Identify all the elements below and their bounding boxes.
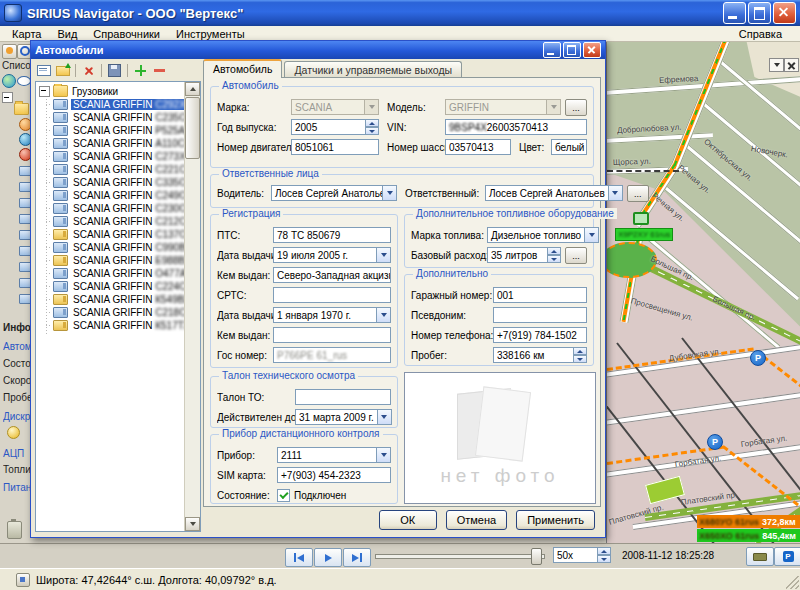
- skip-start-button[interactable]: [285, 548, 313, 567]
- fuel-rate-spinner[interactable]: 35 литров: [487, 247, 561, 263]
- dropdown-arrow[interactable]: [382, 185, 397, 201]
- tree-root-row[interactable]: Грузовики: [37, 84, 184, 98]
- dropdown-arrow[interactable]: [584, 227, 599, 243]
- menu-view[interactable]: Вид: [49, 28, 85, 40]
- vehicle-tree-item[interactable]: SCANIA GRIFFIN А110СС 61rus: [37, 137, 184, 150]
- dropdown-arrow[interactable]: [608, 185, 623, 201]
- tree-scrollbar[interactable]: [184, 82, 200, 531]
- phone-field[interactable]: +7(919) 784-1502: [493, 327, 587, 343]
- dialog-close-button[interactable]: [583, 42, 601, 58]
- toolbar-pan-button[interactable]: [2, 44, 17, 59]
- valid-until-combo[interactable]: 31 марта 2009 г.: [295, 409, 392, 425]
- apply-button[interactable]: Применить: [516, 510, 595, 530]
- garage-field[interactable]: 001: [493, 287, 587, 303]
- vehicle-tree-item[interactable]: SCANIA GRIFFIN С249ОС 61rus: [37, 189, 184, 202]
- speed-value[interactable]: 50x: [553, 547, 597, 563]
- vehicle-tree-item[interactable]: SCANIA GRIFFIN О477АУ 61rus: [37, 267, 184, 280]
- vehicle-card-button[interactable]: [35, 63, 52, 78]
- remove-button[interactable]: [151, 63, 168, 78]
- responsible-combo[interactable]: Лосев Сергей Анатольев: [485, 185, 623, 201]
- close-button[interactable]: [773, 2, 796, 24]
- spin-down[interactable]: [365, 127, 379, 135]
- speed-down-button[interactable]: [597, 555, 611, 563]
- play-button[interactable]: [314, 548, 342, 567]
- globe-icon[interactable]: [2, 74, 16, 88]
- playback-slider-thumb[interactable]: [531, 548, 542, 565]
- tree-expander[interactable]: [39, 86, 50, 97]
- menu-map[interactable]: Карта: [4, 28, 49, 40]
- vehicle-tree-item[interactable]: SCANIA GRIFFIN К517ТХ 161rus: [37, 319, 184, 332]
- vehicle-tree-item[interactable]: SCANIA GRIFFIN К549ВХ 161rus: [37, 293, 184, 306]
- vehicle-tree[interactable]: Грузовики SCANIA GRIFFIN С292ХУ 61rus SC…: [35, 81, 201, 532]
- parking-marker[interactable]: P: [750, 350, 766, 366]
- restore-button[interactable]: [748, 2, 771, 24]
- plate-field[interactable]: Р766РЕ 61_rus: [273, 347, 391, 363]
- vehicle-tree-item[interactable]: SCANIA GRIFFIN Р525АА 61rus: [37, 124, 184, 137]
- dropdown-arrow[interactable]: [376, 247, 391, 263]
- save-button[interactable]: [106, 63, 123, 78]
- vehicle-tree-item[interactable]: SCANIA GRIFFIN С235ОЕ 61rus: [37, 111, 184, 124]
- dropdown-arrow[interactable]: [377, 409, 392, 425]
- map-collapse-button[interactable]: [769, 58, 784, 72]
- scroll-up-button[interactable]: [185, 82, 200, 96]
- dropdown-arrow[interactable]: [546, 99, 561, 115]
- skip-end-button[interactable]: [343, 548, 371, 567]
- vin-field[interactable]: 9BSP4X26003570413: [445, 119, 587, 135]
- resize-grip[interactable]: [786, 576, 799, 589]
- delete-button[interactable]: [80, 63, 97, 78]
- speed-up-button[interactable]: [597, 547, 611, 555]
- menu-help[interactable]: Справка: [731, 28, 790, 40]
- menu-tools[interactable]: Инструменты: [168, 28, 253, 40]
- brand-combo[interactable]: SCANIA: [291, 99, 379, 115]
- srts-issued-field[interactable]: [273, 327, 391, 343]
- vehicle-marker[interactable]: [633, 212, 649, 225]
- pts-field[interactable]: 78 ТС 850679: [273, 227, 391, 243]
- spin-down[interactable]: [547, 255, 561, 263]
- driver-combo[interactable]: Лосев Сергей Анатольев: [271, 185, 397, 201]
- mileage-spinner[interactable]: 338166 км: [493, 347, 587, 363]
- eye-icon[interactable]: [17, 74, 31, 86]
- vehicle-tree-item[interactable]: SCANIA GRIFFIN С224СС 61rus: [37, 280, 184, 293]
- model-combo[interactable]: GRIFFIN: [445, 99, 561, 115]
- map-close-button[interactable]: [784, 58, 799, 72]
- year-spinner[interactable]: 2005: [291, 119, 379, 135]
- vehicle-tree-item[interactable]: SCANIA GRIFFIN Е988ВХ 161rus: [37, 254, 184, 267]
- dropdown-arrow[interactable]: [364, 99, 379, 115]
- move-to-group-button[interactable]: [54, 63, 71, 78]
- vehicle-tree-item[interactable]: SCANIA GRIFFIN С292ХУ 61rus: [37, 98, 184, 111]
- srts-date-combo[interactable]: 1 января 1970 г.: [273, 307, 391, 323]
- alias-field[interactable]: [493, 307, 587, 323]
- fuel-brand-combo[interactable]: Дизельное топливо: [487, 227, 599, 243]
- spin-up[interactable]: [547, 247, 561, 255]
- persons-browse-button[interactable]: ...: [627, 185, 649, 202]
- vehicle-tree-item[interactable]: SCANIA GRIFFIN С212СС 61rus: [37, 215, 184, 228]
- tab-sensors[interactable]: Датчики и управляемые выходы: [284, 61, 462, 78]
- chassis-field[interactable]: 03570413: [445, 139, 511, 155]
- fuel-browse-button[interactable]: ...: [565, 247, 587, 264]
- menu-directories[interactable]: Справочники: [85, 28, 168, 40]
- ok-button[interactable]: ОК: [379, 510, 437, 530]
- vehicle-tree-item[interactable]: SCANIA GRIFFIN С137ОХ 161rus: [37, 228, 184, 241]
- parking-toggle-button[interactable]: P: [774, 547, 800, 566]
- tab-vehicle[interactable]: Автомобиль: [203, 59, 282, 78]
- issued-by-field[interactable]: Северо-Западная акцизная т: [273, 267, 391, 283]
- talon-field[interactable]: [295, 389, 391, 405]
- dropdown-arrow[interactable]: [376, 447, 391, 463]
- device-combo[interactable]: 2111: [277, 447, 391, 463]
- srts-field[interactable]: [273, 287, 391, 303]
- spin-down[interactable]: [573, 355, 587, 363]
- sim-field[interactable]: +7(903) 454-2323: [277, 467, 391, 483]
- minimize-button[interactable]: [723, 2, 746, 24]
- spin-up[interactable]: [365, 119, 379, 127]
- map[interactable]: Х9Р2ХУ 61rus P P Ефремова Добролюбова ул…: [606, 42, 800, 543]
- issue-date-combo[interactable]: 19 июля 2005 г.: [273, 247, 391, 263]
- vehicle-tree-item[interactable]: SCANIA GRIFFIN С221СС 61rus: [37, 163, 184, 176]
- engine-field[interactable]: 8051061: [291, 139, 379, 155]
- color-field[interactable]: белый: [551, 139, 587, 155]
- vehicle-tree-item[interactable]: SCANIA GRIFFIN С990ВМ 61rus: [37, 241, 184, 254]
- playback-slider-track[interactable]: [375, 554, 545, 559]
- dialog-minimize-button[interactable]: [543, 42, 561, 58]
- vehicle-tree-item[interactable]: SCANIA GRIFFIN С230ОХ 61rus: [37, 202, 184, 215]
- model-browse-button[interactable]: ...: [565, 99, 587, 116]
- connected-checkbox[interactable]: [277, 489, 290, 502]
